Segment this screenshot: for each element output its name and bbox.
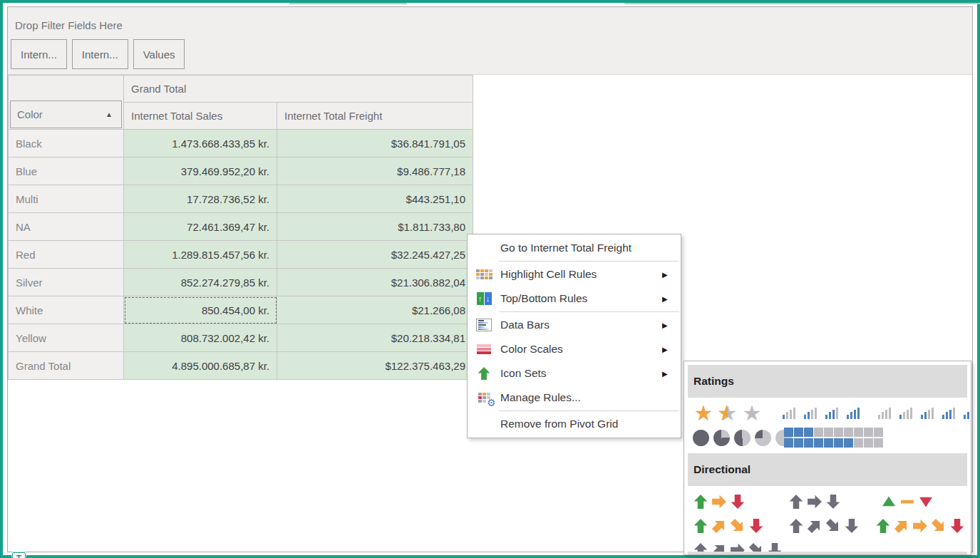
field-button-label: Values [143, 48, 175, 61]
submenu-arrow-icon: ▶ [662, 321, 681, 329]
submenu-arrow-icon: ▶ [662, 295, 681, 303]
teal-t-badge[interactable]: T [12, 552, 26, 558]
freight-value-cell[interactable]: $21.266,08 [277, 296, 473, 324]
4-arrows-gray-icon[interactable] [788, 515, 860, 537]
context-menu: Go to Internet Total FreightHighlight Ce… [467, 234, 681, 438]
down-right-arrow-icon [931, 518, 947, 534]
field-button-2[interactable]: Intern... [72, 39, 128, 69]
3-stars-icon[interactable]: ★★★★ [693, 402, 763, 425]
tri-down-icon [918, 494, 934, 510]
directional-section-title: Directional [693, 463, 751, 476]
sales-value-cell[interactable]: 852.274.279,85 kr. [124, 269, 277, 296]
top-border-notch [289, 3, 407, 4]
menu-item-top-bottom-rules[interactable]: ↑↓Top/Bottom Rules▶ [468, 286, 681, 311]
sales-value-cell[interactable]: 72.461.369,47 kr. [124, 213, 277, 241]
freight-value-cell[interactable]: $443.251,10 [277, 185, 473, 213]
menu-item-label: Data Bars [500, 319, 662, 331]
sort-ascending-icon[interactable]: ▲ [105, 110, 113, 118]
app-frame: Drop Filter Fields Here Intern...Intern.… [0, 0, 980, 558]
column-header-sales[interactable]: Internet Total Sales [124, 103, 277, 130]
menu-item-remove-from-pivot-grid[interactable]: Remove from Pivot Grid [468, 412, 681, 436]
down-arrow-icon [730, 494, 746, 510]
freight-value-cell[interactable]: $21.306.882,04 [277, 269, 473, 296]
top-bottom-icon: ↑↓ [468, 292, 500, 305]
row-label-cell[interactable]: Yellow [9, 324, 124, 352]
freight-value-cell[interactable]: $32.245.427,25 [277, 241, 473, 269]
ratings-section-header: Ratings [688, 365, 967, 398]
right-arrow-icon [912, 518, 928, 534]
freight-value-cell[interactable]: $9.486.777,18 [277, 157, 473, 185]
5-ratings-icon[interactable] [878, 402, 971, 425]
directional-row [684, 490, 971, 513]
menu-item-label: Icon Sets [500, 367, 662, 380]
menu-item-highlight-cell-rules[interactable]: Highlight Cell Rules▶ [468, 262, 681, 286]
directional-section-header: Directional [688, 453, 967, 486]
freight-value-cell[interactable]: $122.375.463,29 [277, 352, 473, 380]
menu-separator [499, 311, 679, 312]
field-button-1[interactable]: Intern... [11, 39, 67, 69]
filter-header-area[interactable]: Drop Filter Fields Here Intern...Intern.… [8, 7, 972, 75]
table-row: Silver852.274.279,85 kr.$21.306.882,04 [9, 269, 473, 296]
menu-item-label: Color Scales [500, 343, 662, 356]
row-label-cell[interactable]: Multi [9, 185, 124, 213]
manage-rules-icon: ⚙ [468, 393, 500, 403]
3-triangles-icon[interactable] [881, 490, 934, 513]
right-arrow-icon [807, 494, 822, 510]
menu-item-label: Go to Internet Total Freight [500, 242, 662, 254]
5-boxes-icon[interactable] [784, 426, 883, 449]
column-header-freight[interactable]: Internet Total Freight [277, 103, 473, 130]
menu-item-icon-sets[interactable]: Icon Sets▶ [468, 361, 681, 386]
menu-item-go-to-internet-total-freight[interactable]: Go to Internet Total Freight [468, 236, 681, 260]
row-label-cell[interactable]: Red [9, 241, 124, 269]
row-label-cell[interactable]: Silver [9, 269, 124, 296]
down-arrow-icon [825, 494, 841, 510]
up-arrow-icon [693, 518, 708, 534]
sales-value-cell[interactable]: 1.289.815.457,56 kr. [124, 241, 277, 269]
menu-item-data-bars[interactable]: Data Bars▶ [468, 313, 681, 337]
freight-value-cell[interactable]: $36.841.791,05 [277, 130, 473, 157]
sales-value-cell[interactable]: 17.728.736,52 kr. [124, 185, 277, 213]
menu-item-label: Highlight Cell Rules [500, 268, 662, 281]
down-arrow-icon [844, 518, 860, 534]
5-quarters-icon[interactable] [693, 426, 792, 449]
filter-hint: Drop Filter Fields Here [15, 19, 123, 31]
row-label-cell[interactable]: Blue [9, 157, 124, 185]
next-section-header-peek [688, 552, 967, 555]
icon-sets-icon [468, 366, 500, 381]
sales-value-cell[interactable]: 379.469.952,20 kr. [124, 157, 277, 185]
star-full-icon: ★ [693, 403, 714, 424]
field-button-3[interactable]: Values [133, 39, 185, 69]
sales-value-cell[interactable]: 4.895.000.685,87 kr. [124, 352, 277, 380]
down-arrow-icon [949, 518, 965, 534]
menu-item-color-scales[interactable]: Color Scales▶ [468, 337, 681, 361]
3-arrows-colored-icon[interactable] [693, 490, 746, 513]
star-half-icon: ★★ [717, 403, 738, 424]
table-row: Multi17.728.736,52 kr.$443.251,10 [9, 185, 473, 213]
down-arrow-icon [748, 518, 764, 534]
row-field-label: Color [17, 108, 43, 120]
sales-value-cell[interactable]: 808.732.002,42 kr. [124, 324, 277, 352]
sales-value-cell[interactable]: 1.473.668.433,85 kr. [124, 130, 277, 157]
up-arrow-icon [693, 494, 708, 510]
row-label-cell[interactable]: White [9, 296, 124, 324]
freight-value-cell[interactable]: $20.218.334,81 [277, 324, 473, 352]
table-row: NA72.461.369,47 kr.$1.811.733,80 [9, 213, 473, 241]
up-arrow-icon [875, 518, 891, 534]
row-field-color-button[interactable]: Color ▲ [10, 100, 122, 128]
field-button-strip: Intern...Intern...Values [11, 39, 185, 69]
4-ratings-icon[interactable] [783, 402, 865, 425]
5-arrows-colored-icon[interactable] [875, 515, 965, 537]
sales-value-cell[interactable]: 850.454,00 kr. [124, 296, 277, 324]
row-label-cell[interactable]: NA [9, 213, 124, 241]
3-arrows-gray-icon[interactable] [788, 490, 841, 513]
row-label-cell[interactable]: Black [9, 130, 124, 157]
freight-value-cell[interactable]: $1.811.733,80 [277, 213, 473, 241]
submenu-arrow-icon: ▶ [662, 271, 681, 279]
row-label-cell[interactable]: Grand Total [9, 352, 124, 380]
column-group-header[interactable]: Grand Total [124, 76, 473, 103]
table-row: Grand Total4.895.000.685,87 kr.$122.375.… [9, 352, 473, 380]
dash-icon [899, 494, 915, 510]
menu-item-label: Manage Rules... [500, 391, 662, 404]
menu-item-manage-rules[interactable]: ⚙Manage Rules... [468, 386, 681, 410]
4-arrows-colored-icon[interactable] [693, 515, 764, 537]
